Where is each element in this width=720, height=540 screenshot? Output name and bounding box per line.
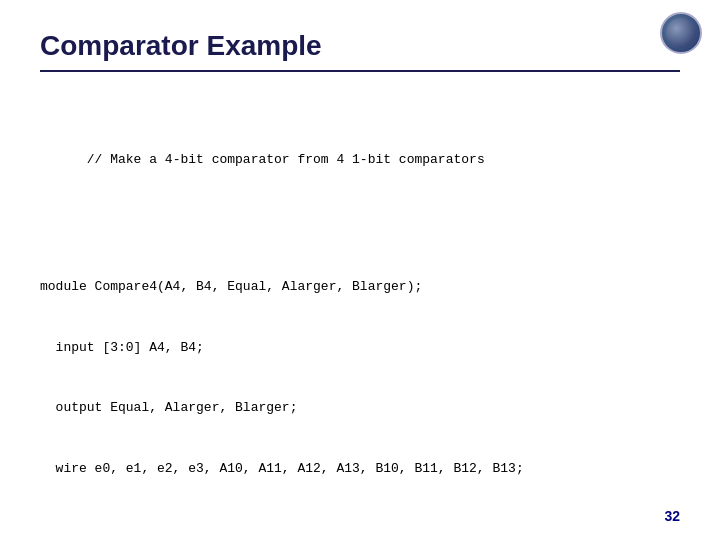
comment-line: // Make a 4-bit comparator from 4 1-bit … <box>40 130 680 190</box>
page-number: 32 <box>664 508 680 524</box>
slide-container: Comparator Example // Make a 4-bit compa… <box>0 0 720 540</box>
logo-inner <box>666 18 696 48</box>
module-section: module Compare4(A4, B4, Equal, Alarger, … <box>40 237 680 519</box>
header-section: Comparator Example <box>40 30 680 72</box>
code-block: // Make a 4-bit comparator from 4 1-bit … <box>40 90 680 540</box>
slide-title: Comparator Example <box>40 30 680 62</box>
university-logo <box>660 12 702 54</box>
title-divider <box>40 70 680 72</box>
